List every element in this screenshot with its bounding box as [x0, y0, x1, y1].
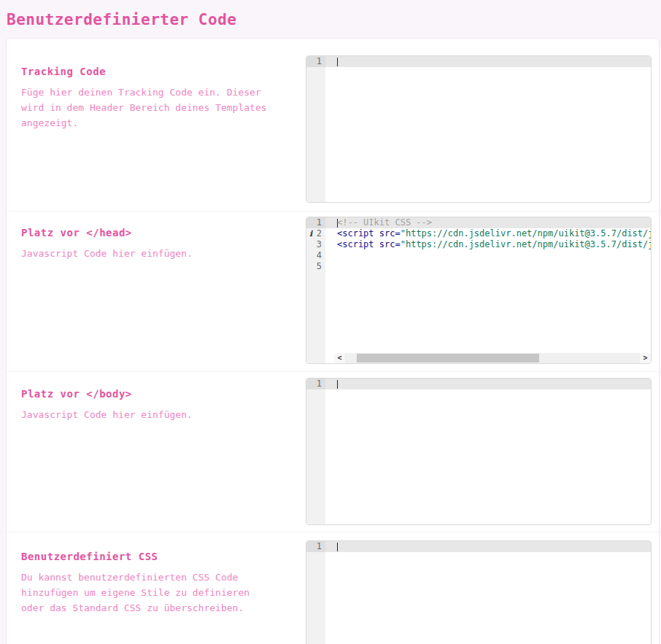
code-token-plain	[374, 228, 379, 238]
code-token-tag: <script	[337, 239, 374, 249]
line-number-text: 3	[317, 239, 322, 249]
code-line-content	[325, 250, 651, 261]
text-cursor	[337, 380, 338, 389]
line-number: 1	[306, 217, 325, 228]
horizontal-scrollbar[interactable]: <>	[334, 353, 651, 363]
section-description: Füge hier deinen Tracking Code ein. Dies…	[21, 85, 278, 131]
line-number-text: 4	[317, 250, 322, 260]
chevron-right-icon[interactable]: >	[640, 353, 651, 363]
section-heading: Platz vor </body>	[21, 388, 293, 400]
code-line: 5	[306, 261, 651, 272]
code-line: 3<script src="https://cdn.jsdelivr.net/n…	[306, 239, 651, 250]
code-token-plain	[374, 239, 379, 249]
scrollbar-thumb[interactable]	[357, 354, 539, 362]
code-token-tag: <script	[337, 228, 374, 238]
section-text-column: Benutzerdefiniert CSS Du kannst benutzer…	[21, 540, 306, 644]
editor-code-area: 1	[306, 541, 651, 552]
text-cursor	[337, 58, 338, 66]
editor-gutter	[306, 56, 325, 202]
code-token-attr: src=	[379, 239, 401, 249]
body-code-editor[interactable]: 1	[306, 378, 652, 525]
line-number: 3	[306, 239, 325, 250]
code-line: 1<!-- UIkit CSS -->	[306, 217, 651, 228]
scrollbar-track[interactable]	[345, 353, 640, 363]
section-tracking-code: Tracking Code Füge hier deinen Tracking …	[7, 39, 659, 211]
tracking-code-editor[interactable]: 1	[306, 55, 652, 203]
head-code-editor[interactable]: 1<!-- UIkit CSS -->i2<script src="https:…	[306, 217, 652, 364]
line-number: 1	[306, 541, 325, 552]
line-number: i2	[306, 228, 325, 239]
code-line: 1	[306, 56, 651, 67]
section-heading: Tracking Code	[21, 66, 293, 77]
code-line-content: <!-- UIkit CSS -->	[325, 217, 651, 228]
editor-gutter	[306, 541, 325, 644]
section-heading: Benutzerdefiniert CSS	[21, 551, 293, 562]
line-number-text: 1	[317, 379, 322, 389]
chevron-left-icon[interactable]: <	[334, 353, 345, 363]
section-platz-vor-body: Platz vor </body> Javascript Code hier e…	[7, 371, 659, 532]
editor-code-area: 1	[306, 56, 651, 67]
css-code-editor[interactable]: 1	[306, 540, 652, 644]
section-benutzerdefiniert-css: Benutzerdefiniert CSS Du kannst benutzer…	[7, 532, 659, 644]
text-cursor	[337, 543, 338, 551]
code-line: 4	[306, 250, 651, 261]
line-number-text: 1	[317, 56, 322, 66]
line-number-text: 1	[317, 217, 322, 228]
line-number: 1	[306, 379, 325, 389]
code-line: 1	[306, 541, 651, 552]
line-number: 5	[306, 261, 325, 272]
line-number-text: 5	[317, 261, 322, 271]
page-title: Benutzerdefinierter Code	[7, 11, 661, 28]
code-line-content	[325, 56, 651, 67]
line-number-text: 2	[317, 228, 322, 238]
section-text-column: Platz vor </body> Javascript Code hier e…	[21, 378, 306, 525]
section-description: Du kannst benutzerdefinierten CSS Code h…	[21, 570, 278, 616]
line-number-text: 1	[317, 541, 322, 551]
section-text-column: Tracking Code Füge hier deinen Tracking …	[21, 55, 306, 203]
section-description: Javascript Code hier einfügen.	[21, 246, 278, 261]
section-text-column: Platz vor </head> Javascript Code hier e…	[21, 217, 306, 364]
section-description: Javascript Code hier einfügen.	[21, 407, 278, 422]
editor-gutter	[306, 379, 325, 524]
section-platz-vor-head: Platz vor </head> Javascript Code hier e…	[7, 211, 659, 371]
section-heading: Platz vor </head>	[21, 227, 293, 238]
code-line-content	[325, 261, 651, 272]
code-token-string: "https://cdn.jsdelivr.net/npm/uikit@3.5.…	[401, 228, 651, 238]
lint-info-icon: i	[309, 228, 312, 239]
code-token-attr: src=	[379, 228, 401, 238]
editor-code-area: 1<!-- UIkit CSS -->i2<script src="https:…	[306, 217, 651, 272]
content-card: Tracking Code Füge hier deinen Tracking …	[6, 38, 660, 644]
code-line-content	[325, 379, 651, 389]
code-token-comment: <!-- UIkit CSS -->	[337, 217, 432, 228]
line-number: 4	[306, 250, 325, 261]
code-line-content: <script src="https://cdn.jsdelivr.net/np…	[325, 239, 651, 250]
code-line-content: <script src="https://cdn.jsdelivr.net/np…	[325, 228, 651, 239]
editor-code-area: 1	[306, 379, 651, 389]
code-line-content	[325, 541, 651, 552]
code-line: 1	[306, 379, 651, 389]
line-number: 1	[306, 56, 325, 67]
code-line: i2<script src="https://cdn.jsdelivr.net/…	[306, 228, 651, 239]
code-token-string: "https://cdn.jsdelivr.net/npm/uikit@3.5.…	[401, 239, 651, 249]
